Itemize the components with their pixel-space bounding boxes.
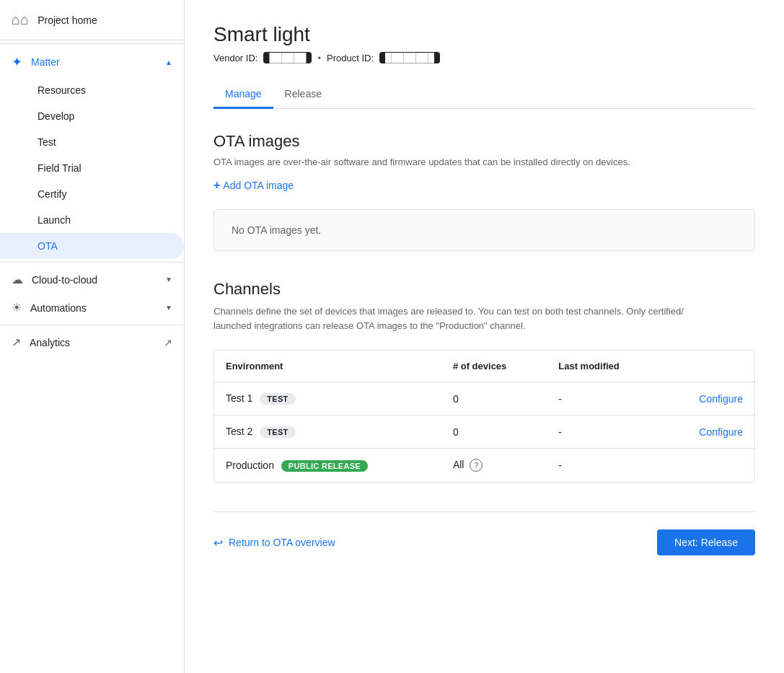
product-id-label: Product ID: — [327, 53, 374, 63]
return-link[interactable]: ↩ Return to OTA overview — [213, 536, 335, 550]
all-devices-label: All — [453, 459, 464, 470]
badge-public-release: PUBLIC RELEASE — [281, 460, 368, 472]
sidebar-divider-mid — [0, 262, 184, 263]
sidebar-item-field-trial[interactable]: Field Trial — [0, 155, 184, 181]
configure-test2-link[interactable]: Configure — [699, 426, 743, 438]
badge-test1: TEST — [260, 393, 295, 405]
table-row: Production PUBLIC RELEASE All ? - — [214, 449, 754, 483]
sidebar-item-certify[interactable]: Certify — [0, 181, 184, 207]
cloud-chevron-down-icon: ▼ — [165, 276, 172, 283]
sidebar-item-ota[interactable]: OTA — [0, 233, 184, 259]
col-devices: # of devices — [441, 351, 547, 382]
sidebar-divider-bottom — [0, 325, 184, 325]
devices-test1: 0 — [441, 382, 547, 415]
channels-title: Channels — [213, 280, 755, 299]
add-ota-label: Add OTA image — [223, 180, 294, 191]
help-icon[interactable]: ? — [470, 459, 483, 472]
action-test2: Configure — [662, 415, 754, 449]
col-last-modified: Last modified — [547, 351, 662, 382]
env-production-name: Production — [226, 459, 274, 471]
launch-label: Launch — [38, 214, 71, 226]
analytics-label: Analytics — [30, 337, 70, 348]
main-content: Smart light Vendor ID: ██████ • Product … — [185, 0, 784, 673]
sidebar-item-automations[interactable]: ☀ Automations ▼ — [0, 294, 184, 322]
certify-label: Certify — [38, 188, 66, 200]
automations-icon: ☀ — [12, 301, 22, 314]
devices-test2: 0 — [441, 415, 547, 449]
page-title: Smart light — [213, 23, 755, 46]
action-production — [662, 449, 754, 483]
sidebar-item-test[interactable]: Test — [0, 129, 184, 155]
action-test1: Configure — [662, 382, 754, 415]
ota-empty-message: No OTA images yet. — [232, 224, 321, 236]
channels-description: Channels define the set of devices that … — [213, 304, 755, 333]
badge-test2: TEST — [260, 426, 295, 438]
product-id-value: ████████ — [379, 52, 440, 63]
automations-chevron-down-icon: ▼ — [165, 304, 172, 312]
col-environment: Environment — [214, 351, 441, 382]
vendor-id-label: Vendor ID: — [213, 53, 257, 63]
ota-empty-box: No OTA images yet. — [213, 209, 755, 251]
sidebar-item-cloud-to-cloud[interactable]: ☁ Cloud-to-cloud ▼ — [0, 265, 184, 294]
project-home-label: Project home — [38, 14, 97, 26]
sidebar-item-analytics[interactable]: ↗ Analytics ↗ — [0, 328, 184, 356]
env-test2-name: Test 2 — [226, 426, 252, 437]
develop-label: Develop — [38, 110, 74, 122]
ota-images-title: OTA images — [213, 132, 755, 151]
configure-test1-link[interactable]: Configure — [699, 393, 743, 405]
tab-release[interactable]: Release — [273, 81, 333, 109]
cloud-icon: ☁ — [12, 273, 23, 286]
resources-label: Resources — [38, 84, 86, 96]
return-icon: ↩ — [213, 536, 223, 550]
ota-label: OTA — [38, 240, 58, 252]
field-trial-label: Field Trial — [38, 162, 82, 174]
return-label: Return to OTA overview — [229, 537, 335, 548]
home-icon: ⌂ — [12, 12, 29, 28]
modified-test1: - — [547, 382, 662, 415]
sidebar-project-home[interactable]: ⌂ Project home — [0, 0, 184, 40]
next-release-button[interactable]: Next: Release — [657, 529, 755, 555]
automations-label: Automations — [30, 302, 87, 314]
tab-manage[interactable]: Manage — [213, 81, 273, 109]
env-test1-name: Test 1 — [226, 392, 252, 404]
matter-chevron-up-icon: ▲ — [165, 58, 172, 66]
vendor-id-value: ██████ — [263, 52, 312, 63]
sidebar-item-develop[interactable]: Develop — [0, 103, 184, 129]
env-production: Production PUBLIC RELEASE — [214, 449, 441, 483]
env-test1: Test 1 TEST — [214, 382, 441, 415]
matter-icon: ✦ — [12, 54, 22, 70]
analytics-external-icon: ↗ — [164, 337, 172, 348]
sidebar-item-launch[interactable]: Launch — [0, 207, 184, 233]
test-label: Test — [38, 136, 56, 148]
modified-production: - — [547, 449, 662, 483]
meta-row: Vendor ID: ██████ • Product ID: ████████ — [213, 52, 755, 63]
modified-test2: - — [547, 415, 662, 449]
channels-table-container: Environment # of devices Last modified T… — [213, 350, 755, 483]
cloud-to-cloud-label: Cloud-to-cloud — [32, 274, 97, 286]
devices-production: All ? — [441, 449, 547, 483]
table-row: Test 2 TEST 0 - Configure — [214, 415, 754, 449]
table-row: Test 1 TEST 0 - Configure — [214, 382, 754, 415]
channels-table: Environment # of devices Last modified T… — [214, 351, 754, 482]
tabs-bar: Manage Release — [213, 81, 755, 109]
plus-icon: + — [213, 179, 220, 192]
env-test2: Test 2 TEST — [214, 415, 441, 449]
sidebar-item-matter[interactable]: ✦ Matter ▲ — [0, 47, 184, 77]
matter-label: Matter — [31, 56, 60, 68]
add-ota-image-link[interactable]: + Add OTA image — [213, 179, 755, 192]
dot-separator: • — [317, 53, 321, 63]
ota-images-description: OTA images are over-the-air software and… — [213, 157, 755, 167]
sidebar-divider-top — [0, 43, 184, 44]
sidebar: ⌂ Project home ✦ Matter ▲ Resources Deve… — [0, 0, 185, 673]
analytics-icon: ↗ — [12, 335, 21, 349]
col-action — [662, 351, 754, 382]
sidebar-item-resources[interactable]: Resources — [0, 77, 184, 103]
footer: ↩ Return to OTA overview Next: Release — [213, 511, 755, 573]
